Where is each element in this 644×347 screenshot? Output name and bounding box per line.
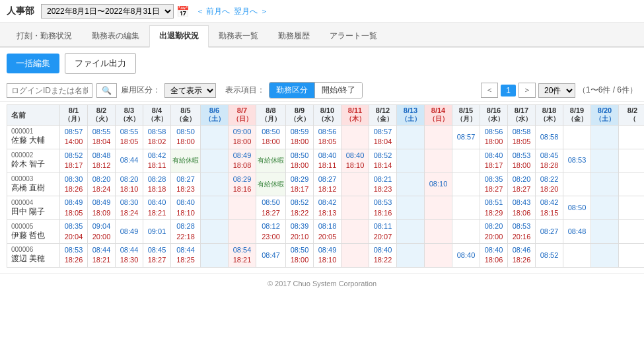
file-export-button[interactable]: ファイル出力 [65, 53, 136, 74]
col-header-8/10: 8/10（水） [314, 105, 341, 126]
col-header-8/1: 8/1（月） [60, 105, 88, 126]
time-cell: 08:5918:00 [286, 126, 314, 149]
time-cell: 08:4518:27 [143, 243, 171, 267]
time-cell: 08:4218:11 [143, 149, 171, 173]
time-cell [452, 220, 480, 244]
time-cell: 08:5818:05 [508, 126, 536, 149]
time-cell: 08:4418:30 [116, 243, 143, 267]
time-cell: 08:2020:00 [480, 220, 508, 244]
time-cell: 08:2822:18 [171, 220, 201, 244]
current-page: 1 [501, 85, 516, 96]
tab-attendance-status[interactable]: 打刻・勤務状況 [7, 25, 82, 46]
time-cell [591, 243, 619, 267]
per-page-select[interactable]: 20件 [538, 83, 575, 98]
tabs: 打刻・勤務状況 勤務表の編集 出退勤状況 勤務表一覧 勤務履歴 アラート一覧 [0, 23, 644, 48]
time-cell: 08:4918:05 [60, 196, 88, 220]
time-cell: 08:49 [116, 220, 143, 244]
time-cell: 08:3920:10 [286, 220, 314, 244]
time-cell: 08:5818:02 [143, 126, 171, 149]
time-cell: 09:01 [143, 220, 171, 244]
search-input[interactable] [7, 83, 92, 98]
toggle-start-end[interactable]: 開始/終了 [314, 83, 362, 98]
time-cell: 08:1120:07 [369, 220, 397, 244]
time-cell [563, 173, 591, 196]
time-cell: 08:5618:00 [480, 126, 508, 149]
time-cell [341, 220, 369, 244]
prev-page-btn[interactable]: ＜ [481, 83, 498, 98]
bulk-edit-button[interactable]: 一括編集 [7, 54, 59, 73]
col-header-8/2: 8/2（火） [88, 105, 116, 126]
time-cell: 08:5018:27 [256, 196, 286, 220]
footer: © 2017 Chuo System Corporation [0, 273, 644, 293]
time-cell [619, 243, 645, 267]
time-cell: 08:5018:00 [286, 149, 314, 173]
time-cell: 08:58 [536, 126, 563, 149]
time-cell: 08:2818:18 [143, 173, 171, 196]
time-cell: 08:1820:05 [314, 220, 341, 244]
header: 人事部 2022年8月1日〜2022年8月31日 📅 ＜ 前月へ 翌月へ ＞ [0, 0, 644, 23]
time-cell: 08:5018:00 [171, 126, 201, 149]
time-cell [591, 149, 619, 173]
time-cell: 08:2718:12 [314, 173, 341, 196]
prev-month-btn[interactable]: ＜ 前月へ [196, 6, 230, 17]
tab-alerts[interactable]: アラート一覧 [320, 25, 387, 46]
time-cell [563, 243, 591, 267]
time-cell [229, 220, 256, 244]
time-cell [397, 126, 425, 149]
employment-select[interactable]: 全て表示 [164, 83, 216, 98]
time-cell [591, 220, 619, 244]
time-cell: 08:5218:17 [60, 149, 88, 173]
employee-name-cell: 000005伊藤 哲也 [7, 220, 60, 244]
time-cell: 08:4018:10 [341, 149, 369, 173]
time-cell [591, 126, 619, 149]
tab-checkin-status[interactable]: 出退勤状況 [149, 25, 209, 48]
time-cell [591, 173, 619, 196]
next-month-btn[interactable]: 翌月へ ＞ [234, 6, 268, 17]
toggle-work-type[interactable]: 勤務区分 [269, 83, 314, 98]
time-cell: 08:52 [536, 243, 563, 267]
table-row: 000002鈴木 智子08:5218:1708:4818:1208:4408:4… [7, 149, 645, 173]
time-cell: 08:4318:06 [508, 196, 536, 220]
col-header-8/16: 8/16（水） [480, 105, 508, 126]
calendar-icon[interactable]: 📅 [176, 5, 190, 18]
time-cell [619, 149, 645, 173]
time-cell [201, 173, 229, 196]
time-cell [341, 126, 369, 149]
copyright: © 2017 Chuo System Corporation [268, 280, 376, 288]
search-button[interactable]: 🔍 [96, 83, 117, 98]
time-cell: 08:5418:21 [229, 243, 256, 267]
col-header-8/12: 8/12（金） [369, 105, 397, 126]
time-cell [619, 173, 645, 196]
time-cell: 08:40 [452, 243, 480, 267]
time-cell: 08:57 [452, 126, 480, 149]
time-cell [452, 173, 480, 196]
time-cell: 08:2218:20 [536, 173, 563, 196]
time-cell: 有給休暇 [171, 149, 201, 173]
tab-work-history[interactable]: 勤務履歴 [268, 25, 320, 46]
next-page-btn[interactable]: ＞ [519, 83, 536, 98]
tab-schedule-list[interactable]: 勤務表一覧 [209, 25, 268, 46]
table-row: 000005伊藤 哲也08:3520:0409:0420:0008:4909:0… [7, 220, 645, 244]
col-header-8/7: 8/7（日） [229, 105, 256, 126]
time-cell: 08:5318:16 [369, 196, 397, 220]
time-cell: 09:0420:00 [88, 220, 116, 244]
date-range-select[interactable]: 2022年8月1日〜2022年8月31日 [41, 4, 174, 19]
col-header-8/13: 8/13（土） [397, 105, 425, 126]
department-title: 人事部 [7, 5, 34, 17]
tab-edit-schedule[interactable]: 勤務表の編集 [82, 25, 149, 46]
time-cell: 08:3520:04 [60, 220, 88, 244]
time-cell: 08:10 [425, 173, 452, 196]
col-header-8/4: 8/4（木） [143, 105, 171, 126]
time-cell [563, 126, 591, 149]
time-cell [397, 220, 425, 244]
time-cell: 08:2118:23 [369, 173, 397, 196]
time-cell: 08:4018:06 [480, 243, 508, 267]
time-cell: 08:4018:21 [143, 196, 171, 220]
employment-label: 雇用区分： [121, 85, 161, 96]
time-cell: 08:3518:27 [480, 173, 508, 196]
time-cell [201, 149, 229, 173]
col-header-name: 名前 [7, 105, 60, 126]
time-cell: 08:2918:17 [286, 173, 314, 196]
col-header-8/14: 8/14（日） [425, 105, 452, 126]
time-cell: 08:5318:00 [508, 149, 536, 173]
